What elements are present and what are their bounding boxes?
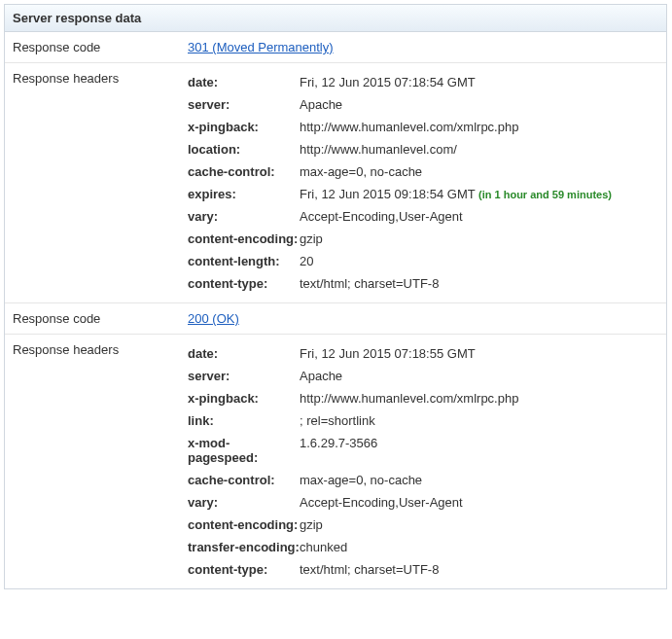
header-value-text: gzip (300, 231, 323, 246)
header-row: content-length:20 (188, 250, 658, 272)
header-key: content-encoding: (188, 231, 300, 246)
header-row: vary:Accept-Encoding,User-Agent (188, 491, 658, 514)
header-value: http://www.humanlevel.com/ (300, 142, 658, 157)
header-key: transfer-encoding: (188, 540, 300, 554)
header-key: server: (188, 369, 300, 383)
header-value-text: Apache (300, 369, 342, 383)
row-label: Response headers (5, 335, 180, 588)
header-row: x-pingback:http://www.humanlevel.com/xml… (188, 116, 658, 138)
header-value-text: max-age=0, no-cache (300, 164, 422, 179)
row-content: date:Fri, 12 Jun 2015 07:18:54 GMTserver… (180, 63, 666, 302)
header-row: date:Fri, 12 Jun 2015 07:18:55 GMT (188, 342, 658, 365)
header-value-text: Fri, 12 Jun 2015 07:18:55 GMT (300, 346, 476, 361)
header-value: ; rel=shortlink (300, 413, 658, 428)
header-key: content-type: (188, 562, 300, 577)
header-key: link: (188, 413, 300, 428)
header-value: gzip (300, 517, 658, 532)
header-value: http://www.humanlevel.com/xmlrpc.php (300, 120, 658, 134)
row-content: 301 (Moved Permanently) (180, 32, 666, 62)
response-row: Response code301 (Moved Permanently) (5, 32, 666, 63)
header-row: link:; rel=shortlink (188, 409, 658, 432)
header-row: cache-control:max-age=0, no-cache (188, 160, 658, 183)
header-value: max-age=0, no-cache (300, 473, 658, 487)
header-key: vary: (188, 495, 300, 510)
header-key: date: (188, 346, 300, 361)
header-value-text: http://www.humanlevel.com/ (300, 142, 457, 157)
header-value-text: Accept-Encoding,User-Agent (300, 209, 463, 224)
header-value-text: Accept-Encoding,User-Agent (300, 495, 463, 510)
row-label: Response code (5, 32, 180, 62)
header-row: transfer-encoding:chunked (188, 536, 658, 558)
header-key: server: (188, 97, 300, 112)
header-value-text: 1.6.29.7-3566 (300, 436, 377, 450)
header-row: location:http://www.humanlevel.com/ (188, 138, 658, 160)
header-key: expires: (188, 187, 300, 201)
response-row: Response headersdate:Fri, 12 Jun 2015 07… (5, 335, 666, 588)
header-key: x-pingback: (188, 120, 300, 134)
header-row: vary:Accept-Encoding,User-Agent (188, 205, 658, 228)
header-row: content-encoding:gzip (188, 514, 658, 536)
header-row: content-type:text/html; charset=UTF-8 (188, 272, 658, 295)
header-value: Accept-Encoding,User-Agent (300, 495, 658, 510)
header-value: Fri, 12 Jun 2015 09:18:54 GMT (in 1 hour… (300, 187, 658, 201)
header-value-text: chunked (300, 540, 347, 554)
header-key: x-pingback: (188, 391, 300, 406)
panel-body: Response code301 (Moved Permanently)Resp… (5, 32, 666, 588)
header-value: Apache (300, 369, 658, 383)
header-key: x-mod-pagespeed: (188, 436, 300, 465)
header-row: content-encoding:gzip (188, 228, 658, 250)
response-row: Response headersdate:Fri, 12 Jun 2015 07… (5, 63, 666, 303)
header-key: vary: (188, 209, 300, 224)
header-key: cache-control: (188, 164, 300, 179)
response-code-link[interactable]: 200 (OK) (188, 311, 239, 326)
header-value-text: text/html; charset=UTF-8 (300, 562, 439, 577)
header-value-text: Fri, 12 Jun 2015 07:18:54 GMT (300, 75, 476, 89)
row-label: Response code (5, 303, 180, 334)
header-value: Fri, 12 Jun 2015 07:18:54 GMT (300, 75, 658, 89)
header-value-text: Apache (300, 97, 342, 112)
header-value-text: http://www.humanlevel.com/xmlrpc.php (300, 120, 518, 134)
header-key: location: (188, 142, 300, 157)
header-row: server:Apache (188, 93, 658, 116)
header-value: gzip (300, 231, 658, 246)
server-response-panel: Server response data Response code301 (M… (4, 4, 667, 589)
header-value: 20 (300, 254, 658, 268)
header-value: Apache (300, 97, 658, 112)
row-content: date:Fri, 12 Jun 2015 07:18:55 GMTserver… (180, 335, 666, 588)
header-row: expires:Fri, 12 Jun 2015 09:18:54 GMT (i… (188, 183, 658, 205)
header-value: 1.6.29.7-3566 (300, 436, 658, 465)
header-key: content-length: (188, 254, 300, 268)
header-row: cache-control:max-age=0, no-cache (188, 469, 658, 491)
header-key: content-encoding: (188, 517, 300, 532)
header-value: text/html; charset=UTF-8 (300, 562, 658, 577)
header-value: chunked (300, 540, 658, 554)
header-value-text: http://www.humanlevel.com/xmlrpc.php (300, 391, 518, 406)
header-key: date: (188, 75, 300, 89)
header-row: server:Apache (188, 365, 658, 387)
panel-title: Server response data (5, 5, 666, 32)
header-value-text: Fri, 12 Jun 2015 09:18:54 GMT (300, 187, 475, 201)
header-value: Accept-Encoding,User-Agent (300, 209, 658, 224)
response-row: Response code200 (OK) (5, 303, 666, 335)
header-row: x-mod-pagespeed:1.6.29.7-3566 (188, 432, 658, 469)
header-row: x-pingback:http://www.humanlevel.com/xml… (188, 387, 658, 409)
header-row: content-type:text/html; charset=UTF-8 (188, 558, 658, 581)
response-code-link[interactable]: 301 (Moved Permanently) (188, 40, 334, 54)
header-value-text: 20 (300, 254, 313, 268)
header-value: max-age=0, no-cache (300, 164, 658, 179)
header-value-text: ; rel=shortlink (300, 413, 375, 428)
header-extra: (in 1 hour and 59 minutes) (478, 189, 612, 200)
header-key: content-type: (188, 276, 300, 291)
header-value-text: gzip (300, 517, 323, 532)
row-label: Response headers (5, 63, 180, 302)
header-value: http://www.humanlevel.com/xmlrpc.php (300, 391, 658, 406)
header-value-text: text/html; charset=UTF-8 (300, 276, 439, 291)
header-value: Fri, 12 Jun 2015 07:18:55 GMT (300, 346, 658, 361)
header-value: text/html; charset=UTF-8 (300, 276, 658, 291)
header-key: cache-control: (188, 473, 300, 487)
header-value-text: max-age=0, no-cache (300, 473, 422, 487)
header-row: date:Fri, 12 Jun 2015 07:18:54 GMT (188, 71, 658, 93)
row-content: 200 (OK) (180, 303, 666, 334)
